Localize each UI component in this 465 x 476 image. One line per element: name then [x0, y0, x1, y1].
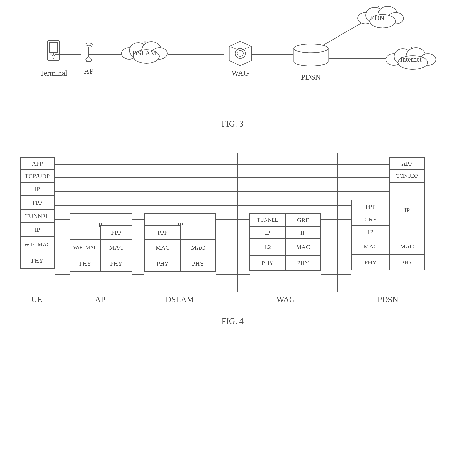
terminal-icon: [43, 38, 63, 67]
figure-4: APP TCP/UDP IP PPP TUNNEL IP WiFi-MAC PH…: [8, 153, 457, 326]
fig4-caption: FIG. 4: [8, 316, 457, 326]
wag-right-phy: PHY: [285, 255, 321, 271]
section-dslam: DSLAM: [166, 295, 194, 304]
svg-point-13: [294, 44, 328, 53]
pdsn-right-app: APP: [389, 157, 425, 170]
internet-cloud: Internet: [386, 47, 436, 74]
ue-tcpip: TCP/UDP: [20, 169, 54, 182]
ue-ppp: PPP: [20, 195, 54, 210]
internet-node: Internet: [386, 47, 436, 74]
pdsn-left-phy: PHY: [351, 254, 390, 271]
wag-left-phy: PHY: [249, 255, 286, 271]
fig3-canvas: Terminal AP DSLAM: [38, 8, 442, 113]
dslam-left-phy: PHY: [144, 255, 181, 272]
ue-app: APP: [20, 157, 54, 170]
dslam-right-phy: PHY: [180, 255, 216, 272]
pdn-node: PDN: [357, 6, 398, 28]
svg-rect-1: [50, 42, 58, 52]
wag-icon: [225, 38, 255, 67]
wag-left-l2: L2: [249, 238, 286, 255]
pdn-label: PDN: [357, 14, 398, 22]
dslam-cloud: DSLAM: [121, 41, 168, 66]
dslam-right-mac: MAC: [180, 239, 216, 256]
wag-left-ip: IP: [249, 226, 286, 239]
section-ue: UE: [31, 295, 42, 304]
ap-node: AP: [79, 40, 99, 75]
ap-right-phy: PHY: [100, 255, 132, 272]
pdsn-right-ip: IP: [389, 182, 425, 238]
dslam-left-ppp: PPP: [144, 225, 181, 240]
ue-wifimac: WiFi-MAC: [20, 236, 54, 253]
fig4-canvas: APP TCP/UDP IP PPP TUNNEL IP WiFi-MAC PH…: [20, 153, 444, 304]
pdsn-left-ppp: PPP: [351, 200, 390, 213]
ue-tunnel: TUNNEL: [20, 209, 54, 223]
ue-stack: APP TCP/UDP IP PPP TUNNEL IP WiFi-MAC PH…: [20, 157, 54, 269]
internet-label: Internet: [386, 55, 436, 63]
ap-label: AP: [79, 67, 99, 75]
ap-icon: [81, 40, 97, 65]
wag-right-ip: IP: [285, 226, 321, 239]
ap-left-phy: PHY: [70, 255, 101, 272]
section-wag: WAG: [277, 295, 295, 304]
ue-ip-upper: IP: [20, 182, 54, 196]
pdsn-icon: [292, 42, 330, 71]
ap-left-wifimac: WiFi-MAC: [70, 239, 101, 256]
wag-left-tunnel: TUNNEL: [249, 213, 286, 226]
pdsn-right-phy: PHY: [389, 254, 425, 271]
figure-3: Terminal AP DSLAM: [8, 8, 457, 129]
section-pdsn: PDSN: [378, 295, 398, 304]
ue-ip-lower: IP: [20, 223, 54, 237]
pdsn-left-gre: GRE: [351, 213, 390, 226]
dslam-left-mac: MAC: [144, 239, 181, 256]
pdsn-left-ip: IP: [351, 225, 390, 238]
dslam-label: DSLAM: [121, 50, 168, 57]
dslam-node: DSLAM: [121, 41, 168, 66]
wag-right-mac: MAC: [285, 238, 321, 255]
wag-node: WAG: [224, 38, 256, 77]
wag-right-gre: GRE: [285, 213, 321, 226]
pdsn-node: PDSN: [291, 42, 331, 81]
pdsn-right-mac: MAC: [389, 238, 425, 255]
terminal-label: Terminal: [38, 69, 69, 77]
pdn-cloud: PDN: [357, 6, 398, 28]
pdsn-right-tcpip: TCP/UDP: [389, 169, 425, 182]
wag-label: WAG: [224, 69, 256, 77]
svg-point-5: [55, 53, 56, 55]
ue-phy: PHY: [20, 253, 54, 269]
svg-point-4: [53, 53, 54, 55]
terminal-node: Terminal: [38, 38, 69, 77]
pdsn-label: PDSN: [291, 73, 331, 81]
ap-right-ppp: PPP: [100, 225, 132, 240]
ap-block: IP WiFi-MAC PHY PPP MAC PHY: [70, 213, 132, 240]
pdsn-left-mac: MAC: [351, 238, 390, 255]
svg-point-2: [52, 55, 55, 59]
fig3-caption: FIG. 3: [8, 119, 457, 129]
section-ap: AP: [95, 295, 105, 304]
ap-right-mac: MAC: [100, 239, 132, 256]
svg-point-3: [51, 53, 52, 55]
dslam-block: IP PPP MAC PHY MAC PHY: [144, 213, 216, 240]
